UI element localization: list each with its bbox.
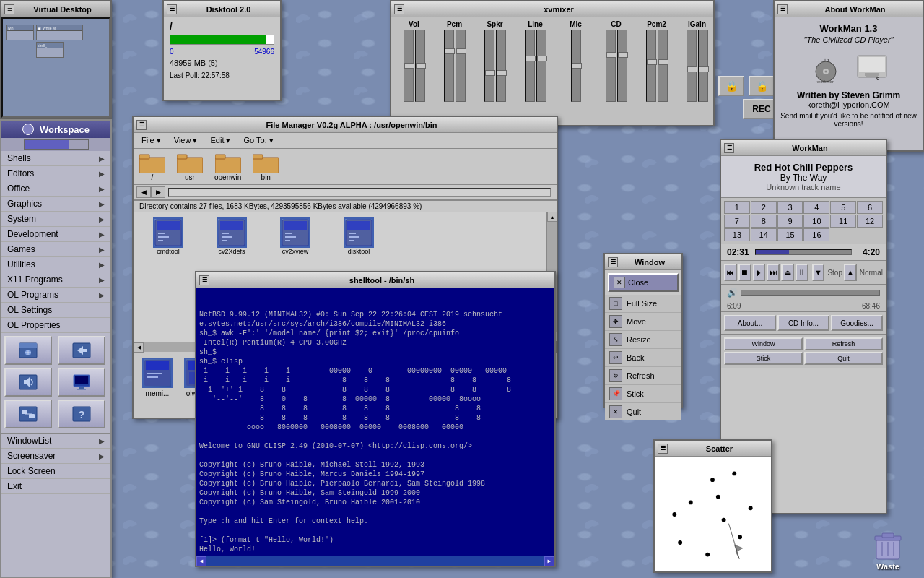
workman-menu-btn[interactable]: ☰ bbox=[724, 143, 734, 153]
workman-about-btn[interactable]: About... bbox=[724, 315, 776, 331]
vd-mini-win1[interactable]: win bbox=[6, 25, 34, 40]
sidebar-item-ol-programs[interactable]: OL Programs ▶ bbox=[1, 288, 110, 303]
breadcrumb-usr[interactable]: usr bbox=[177, 152, 203, 181]
breadcrumb-bin[interactable]: bin bbox=[253, 152, 279, 181]
workman-down-btn[interactable]: ▼ bbox=[812, 264, 825, 281]
mixer-lock-btn-1[interactable]: 🔒 bbox=[718, 76, 744, 96]
mixer-fader-pcm-r[interactable] bbox=[456, 30, 466, 102]
mixer-handle-igain-l[interactable] bbox=[687, 66, 697, 72]
shelltool-menu-btn[interactable]: ☰ bbox=[199, 275, 209, 285]
sidebar-item-x11[interactable]: X11 Programs ▶ bbox=[1, 272, 110, 288]
window-move-button[interactable]: ✥ Move bbox=[605, 313, 681, 331]
window-controls-menu-btn[interactable]: ☰ bbox=[608, 257, 618, 267]
fm-view-menu[interactable]: View ▾ bbox=[169, 134, 203, 147]
sidebar-item-office[interactable]: Office ▶ bbox=[1, 181, 110, 197]
mixer-handle-cd-l[interactable] bbox=[606, 52, 616, 58]
workspace-icon-monitor[interactable] bbox=[58, 368, 105, 397]
sidebar-item-editors[interactable]: Editors ▶ bbox=[1, 166, 110, 181]
fm-edit-menu[interactable]: Edit ▾ bbox=[205, 134, 235, 147]
mixer-handle-pcm-r[interactable] bbox=[456, 48, 466, 54]
waste-icon[interactable]: Waste bbox=[866, 527, 910, 571]
sidebar-item-development[interactable]: Development ▶ bbox=[1, 227, 110, 242]
track-num-14[interactable]: 14 bbox=[751, 228, 777, 241]
workspace-icon-help[interactable]: ? bbox=[58, 400, 105, 428]
track-num-10[interactable]: 10 bbox=[803, 215, 829, 228]
track-num-8[interactable]: 8 bbox=[751, 215, 777, 228]
vd-mini-win3[interactable]: shell_ bbox=[36, 42, 64, 58]
workman-up-btn[interactable]: ▲ bbox=[844, 264, 857, 281]
track-num-9[interactable]: 9 bbox=[777, 215, 803, 228]
fm-goto-menu[interactable]: Go To: ▾ bbox=[239, 134, 279, 147]
window-refresh-button[interactable]: ↻ Refresh bbox=[605, 367, 681, 385]
window-quit-button[interactable]: ✕ Quit bbox=[605, 403, 681, 420]
mixer-fader-igain-l[interactable] bbox=[687, 30, 697, 102]
scatter-menu-btn[interactable]: ☰ bbox=[658, 444, 668, 454]
window-resize-button[interactable]: ⤡ Resize bbox=[605, 331, 681, 349]
mixer-fader-pcm2-l[interactable] bbox=[646, 30, 656, 102]
workman-progress-bar[interactable] bbox=[755, 249, 852, 255]
mixer-handle-line-r[interactable] bbox=[537, 56, 547, 61]
workspace-toolbar-bar[interactable] bbox=[24, 139, 89, 150]
workman-stop-btn[interactable]: ⏹ bbox=[738, 264, 751, 281]
sidebar-item-windowlist[interactable]: WindowList ▶ bbox=[1, 434, 110, 449]
window-close-button[interactable]: ✕ Close bbox=[608, 273, 679, 292]
mixer-handle-cd-r[interactable] bbox=[618, 52, 628, 58]
shell-scroll-left[interactable]: ◀ bbox=[196, 556, 206, 566]
workman-play-btn[interactable]: ⏵ bbox=[753, 264, 766, 281]
fm-nav-left[interactable]: ◀ bbox=[136, 186, 151, 198]
workman-window-btn-area[interactable]: Window bbox=[724, 337, 803, 350]
workspace-icon-network[interactable] bbox=[4, 400, 52, 428]
track-num-13[interactable]: 13 bbox=[724, 228, 750, 241]
workman-pause-btn[interactable]: ⏸ bbox=[796, 264, 808, 281]
file-icon-cv2xview[interactable]: cv2xview bbox=[266, 217, 324, 255]
mixer-fader-vol-r[interactable] bbox=[415, 30, 425, 102]
sidebar-item-shells[interactable]: Shells ▶ bbox=[1, 151, 110, 166]
track-num-4[interactable]: 4 bbox=[803, 201, 829, 214]
workman-volume-slider[interactable] bbox=[741, 290, 880, 296]
mixer-handle-pcm2-l[interactable] bbox=[647, 59, 657, 65]
track-num-2[interactable]: 2 bbox=[751, 201, 777, 214]
fm-path-input[interactable] bbox=[168, 188, 551, 197]
fm-nav-right[interactable]: ▶ bbox=[151, 186, 165, 198]
mixer-fader-spkr-r[interactable] bbox=[496, 30, 506, 102]
track-num-16[interactable]: 16 bbox=[803, 228, 829, 241]
mixer-handle-pcm-l[interactable] bbox=[445, 48, 455, 54]
file-icon-cmdtool[interactable]: cmdtool bbox=[139, 217, 197, 255]
mixer-fader-cd-l[interactable] bbox=[606, 30, 616, 102]
sidebar-item-graphics[interactable]: Graphics ▶ bbox=[1, 197, 110, 212]
sidebar-item-utilities[interactable]: Utilities ▶ bbox=[1, 257, 110, 272]
workspace-icon-browser[interactable] bbox=[4, 336, 52, 365]
window-fullsize-button[interactable]: □ Full Size bbox=[605, 295, 681, 313]
vd-menu-btn[interactable]: ☰ bbox=[4, 4, 14, 14]
mixer-fader-spkr-l[interactable] bbox=[484, 30, 494, 102]
mixer-handle-line-l[interactable] bbox=[526, 56, 536, 61]
mixer-handle-vol-l[interactable] bbox=[404, 63, 414, 69]
mixer-fader-line-r[interactable] bbox=[536, 30, 546, 102]
sidebar-item-exit[interactable]: Exit bbox=[1, 479, 110, 494]
shell-scroll-right[interactable]: ▶ bbox=[544, 556, 554, 566]
mixer-handle-igain-r[interactable] bbox=[699, 66, 709, 72]
disktool-menu-btn[interactable]: ☰ bbox=[167, 4, 177, 14]
workspace-icon-speaker[interactable] bbox=[4, 368, 52, 397]
file-icon-disktool[interactable]: disktool bbox=[330, 217, 388, 255]
mixer-fader-igain-r[interactable] bbox=[698, 30, 708, 102]
workman-quit-btn[interactable]: Quit bbox=[804, 352, 883, 365]
xvmixer-menu-btn[interactable]: ☰ bbox=[394, 4, 404, 14]
about-menu-btn[interactable]: ☰ bbox=[777, 4, 788, 14]
mixer-handle-spkr-l[interactable] bbox=[485, 70, 495, 76]
track-num-6[interactable]: 6 bbox=[857, 201, 883, 214]
fm-scroll-up-btn[interactable]: ▲ bbox=[547, 212, 557, 222]
track-num-5[interactable]: 5 bbox=[830, 201, 856, 214]
mixer-fader-pcm2-r[interactable] bbox=[658, 30, 668, 102]
fm-file-menu[interactable]: File ▾ bbox=[136, 134, 166, 147]
workspace-icon-back[interactable] bbox=[58, 336, 105, 365]
fm-scroll-left-btn[interactable]: ◀ bbox=[134, 342, 144, 353]
window-stick-button[interactable]: 📌 Stick bbox=[605, 385, 681, 403]
mixer-lock-btn-2[interactable]: 🔒 bbox=[749, 76, 775, 96]
breadcrumb-openwin[interactable]: openwin bbox=[214, 152, 241, 181]
fm-menu-btn[interactable]: ☰ bbox=[136, 120, 147, 130]
sidebar-item-ol-properties[interactable]: OL Properties bbox=[1, 318, 110, 333]
track-num-15[interactable]: 15 bbox=[777, 228, 803, 241]
vd-mini-win2[interactable]: ▣While M bbox=[36, 25, 83, 40]
track-num-1[interactable]: 1 bbox=[724, 201, 750, 214]
